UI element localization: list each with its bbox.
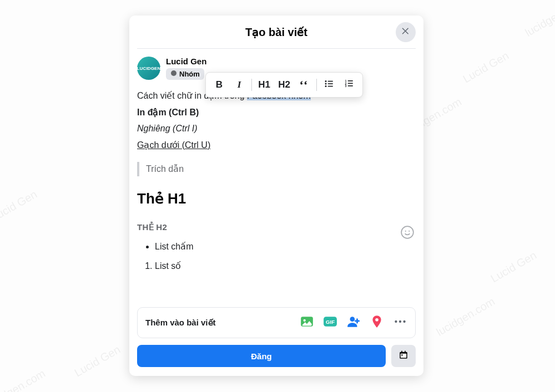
- format-toolbar: B I H1 H2 123: [205, 72, 363, 98]
- svg-rect-21: [328, 80, 333, 82]
- svg-rect-15: [401, 351, 402, 353]
- numbered-list-icon: 123: [344, 79, 354, 91]
- tag-people-icon: [346, 314, 361, 331]
- composer-ul[interactable]: List chấm: [137, 240, 416, 254]
- quote-icon: [299, 79, 309, 91]
- svg-point-3: [408, 231, 410, 232]
- audience-chip[interactable]: Nhóm: [166, 68, 204, 80]
- format-quote-button[interactable]: [295, 76, 313, 94]
- modal-header: Tạo bài viết: [137, 16, 416, 49]
- svg-point-5: [304, 319, 306, 322]
- avatar[interactable]: LUCIDGEN: [137, 57, 160, 80]
- calendar-icon: [398, 350, 408, 362]
- post-button[interactable]: Đăng: [137, 345, 386, 367]
- svg-point-9: [375, 318, 379, 322]
- svg-point-2: [405, 231, 406, 232]
- svg-point-12: [403, 320, 405, 323]
- format-italic-button[interactable]: I: [230, 76, 248, 94]
- modal-footer: Đăng: [129, 345, 423, 376]
- tag-people-button[interactable]: [346, 315, 361, 330]
- svg-point-18: [325, 80, 327, 82]
- list-item[interactable]: List chấm: [155, 240, 416, 254]
- composer-bold-line[interactable]: In đậm (Ctrl B): [137, 105, 416, 120]
- addons-bar: Thêm vào bài viết GIF: [137, 307, 416, 338]
- svg-point-8: [350, 317, 355, 322]
- emoji-button[interactable]: [400, 225, 416, 241]
- modal-title: Tạo bài viết: [245, 26, 307, 39]
- more-icon: [393, 314, 407, 331]
- svg-rect-27: [348, 80, 353, 82]
- svg-point-10: [395, 320, 397, 323]
- location-icon: [370, 314, 384, 331]
- format-bullet-list-button[interactable]: [320, 76, 338, 94]
- addons-label: Thêm vào bài viết: [145, 318, 216, 328]
- svg-rect-22: [328, 83, 333, 84]
- schedule-button[interactable]: [391, 345, 416, 367]
- composer-h1[interactable]: Thẻ H1: [137, 187, 416, 211]
- author-name: Lucid Gen: [166, 57, 206, 66]
- close-icon: [401, 26, 411, 38]
- svg-rect-17: [401, 354, 402, 355]
- group-icon: [170, 70, 177, 78]
- svg-rect-29: [348, 85, 353, 86]
- gif-icon: GIF: [323, 314, 337, 331]
- composer-ol[interactable]: List số: [137, 259, 416, 273]
- bullet-list-icon: [324, 79, 334, 91]
- svg-rect-16: [405, 351, 406, 353]
- composer-area[interactable]: Cách viết chữ in đậm trong Facebook nhóm…: [137, 89, 416, 273]
- svg-text:3: 3: [345, 84, 347, 88]
- svg-rect-28: [348, 83, 353, 84]
- audience-label: Nhóm: [179, 70, 200, 78]
- svg-point-1: [401, 226, 413, 238]
- location-button[interactable]: [370, 315, 384, 330]
- svg-point-0: [171, 70, 176, 76]
- photo-icon: [300, 314, 314, 331]
- create-post-modal: Tạo bài viết LUCIDGEN Lucid Gen Nhóm: [129, 16, 423, 376]
- gif-button[interactable]: GIF: [323, 315, 337, 330]
- composer-underline-line[interactable]: Gạch dưới (Ctrl U): [137, 138, 416, 152]
- format-bold-button[interactable]: B: [210, 76, 228, 94]
- svg-point-19: [325, 83, 327, 84]
- list-item[interactable]: List số: [155, 259, 416, 273]
- composer-quote[interactable]: Trích dẫn: [137, 162, 416, 176]
- svg-rect-23: [328, 85, 333, 86]
- svg-point-20: [325, 85, 327, 87]
- composer-h2[interactable]: THẺ H2: [137, 221, 416, 234]
- format-h1-button[interactable]: H1: [255, 76, 273, 94]
- photo-video-button[interactable]: [300, 315, 314, 330]
- composer-italic-line[interactable]: Nghiêng (Ctrl I): [137, 121, 416, 136]
- svg-point-11: [399, 320, 401, 323]
- close-button[interactable]: [396, 22, 416, 42]
- format-numbered-list-button[interactable]: 123: [340, 76, 358, 94]
- format-h2-button[interactable]: H2: [275, 76, 293, 94]
- svg-text:GIF: GIF: [326, 319, 335, 325]
- smile-icon: [400, 232, 415, 241]
- more-button[interactable]: [393, 315, 407, 330]
